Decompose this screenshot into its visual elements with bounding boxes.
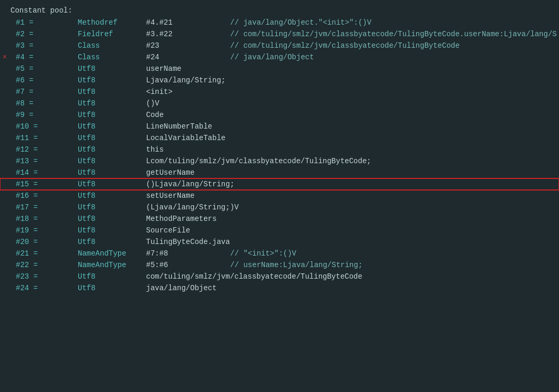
entry-ref: #23 [146, 41, 230, 50]
entry-num: #7 = [9, 88, 78, 96]
entry-value: <init> [146, 88, 172, 96]
entry-type: Utf8 [78, 284, 146, 292]
entry-value: Code [146, 111, 164, 119]
table-row: #19 = Utf8SourceFile [0, 225, 559, 236]
entry-num: #19 = [9, 226, 78, 235]
line-marker: × [0, 53, 9, 61]
header-line: Constant pool: [0, 4, 559, 17]
entry-num: #11 = [9, 134, 78, 142]
entry-value: LineNumberTable [146, 122, 212, 131]
table-row: #24 = Utf8java/lang/Object [0, 282, 559, 294]
entry-type: Utf8 [78, 192, 146, 200]
entry-comment: // userName:Ljava/lang/String; [230, 261, 363, 269]
entry-num: #20 = [9, 238, 78, 246]
table-row: #8 = Utf8()V [0, 98, 559, 109]
entry-type: NameAndType [78, 261, 146, 269]
table-row: #11 = Utf8LocalVariableTable [0, 132, 559, 144]
entry-type: NameAndType [78, 249, 146, 258]
entry-value: Ljava/lang/String; [146, 76, 225, 84]
entry-type: Utf8 [78, 134, 146, 142]
entry-value: java/lang/Object [146, 284, 216, 292]
entry-value: LocalVariableTable [146, 134, 225, 142]
entry-value: MethodParameters [146, 215, 216, 223]
entry-value: com/tuling/smlz/jvm/classbyatecode/Tulin… [146, 272, 363, 281]
entry-value: SourceFile [146, 226, 190, 235]
table-row: #5 = Utf8userName [0, 63, 559, 75]
entry-num: #13 = [9, 157, 78, 165]
entry-comment: // com/tuling/smlz/jvm/classbyatecode/Tu… [230, 41, 460, 50]
entry-num: #10 = [9, 122, 78, 131]
entry-num: #3 = [9, 41, 78, 50]
entry-num: #22 = [9, 261, 78, 269]
entry-num: #9 = [9, 111, 78, 119]
entry-type: Utf8 [78, 111, 146, 119]
entry-num: #14 = [9, 168, 78, 177]
table-row: #12 = Utf8this [0, 144, 559, 155]
entry-num: #21 = [9, 249, 78, 258]
entry-type: Utf8 [78, 76, 146, 84]
table-row: #1 = Methodref#4.#21// java/lang/Object.… [0, 17, 559, 28]
entry-ref: #3.#22 [146, 30, 230, 38]
entry-type: Utf8 [78, 272, 146, 281]
entry-type: Utf8 [78, 99, 146, 108]
entry-ref: #5:#6 [146, 261, 230, 269]
entry-type: Utf8 [78, 203, 146, 211]
table-row: #2 = Fieldref#3.#22// com/tuling/smlz/jv… [0, 28, 559, 40]
entry-type: Fieldref [78, 30, 146, 38]
entry-value: userName [146, 65, 181, 73]
entry-type: Utf8 [78, 65, 146, 73]
entry-num: #18 = [9, 215, 78, 223]
entry-value: ()V [146, 99, 159, 108]
entry-type: Class [78, 53, 146, 61]
table-row: #14 = Utf8getUserName [0, 167, 559, 178]
table-row: ×#4 = Class#24// java/lang/Object [0, 51, 559, 63]
entry-type: Utf8 [78, 215, 146, 223]
entry-num: #1 = [9, 18, 78, 27]
entry-value: this [146, 145, 164, 154]
entry-value: setUserName [146, 192, 194, 200]
entry-comment: // com/tuling/smlz/jvm/classbyatecode/Tu… [230, 30, 557, 38]
entry-ref: #4.#21 [146, 18, 230, 27]
entry-type: Utf8 [78, 122, 146, 131]
entry-type: Utf8 [78, 226, 146, 235]
entry-type: Utf8 [78, 88, 146, 96]
entry-ref: #7:#8 [146, 249, 230, 258]
table-row: #23 = Utf8com/tuling/smlz/jvm/classbyate… [0, 271, 559, 282]
entry-type: Class [78, 41, 146, 50]
code-container: Constant pool: #1 = Methodref#4.#21// ja… [0, 0, 559, 298]
table-row: #15 = Utf8()Ljava/lang/String; [0, 178, 559, 190]
table-row: #17 = Utf8(Ljava/lang/String;)V [0, 202, 559, 213]
table-row: #21 = NameAndType#7:#8// "<init>":()V [0, 248, 559, 259]
entry-num: #16 = [9, 192, 78, 200]
entry-comment: // "<init>":()V [230, 249, 296, 258]
entry-num: #17 = [9, 203, 78, 211]
table-row: #3 = Class#23// com/tuling/smlz/jvm/clas… [0, 40, 559, 51]
entry-num: #2 = [9, 30, 78, 38]
table-row: #6 = Utf8Ljava/lang/String; [0, 75, 559, 86]
entry-num: #6 = [9, 76, 78, 84]
entry-type: Utf8 [78, 168, 146, 177]
entry-type: Utf8 [78, 238, 146, 246]
entry-comment: // java/lang/Object [230, 53, 314, 61]
entry-value: ()Ljava/lang/String; [146, 180, 234, 188]
table-row: #9 = Utf8Code [0, 109, 559, 121]
entry-num: #4 = [9, 53, 78, 61]
entry-num: #12 = [9, 145, 78, 154]
entry-value: Lcom/tuling/smlz/jvm/classbyatecode/Tuli… [146, 157, 371, 165]
entry-value: TulingByteCode.java [146, 238, 230, 246]
entry-ref: #24 [146, 53, 230, 61]
entry-value: getUserName [146, 168, 194, 177]
entry-type: Methodref [78, 18, 146, 27]
entry-num: #15 = [9, 180, 78, 188]
entry-type: Utf8 [78, 180, 146, 188]
entry-num: #5 = [9, 65, 78, 73]
entry-comment: // java/lang/Object."<init>":()V [230, 18, 371, 27]
table-row: #7 = Utf8<init> [0, 86, 559, 98]
table-row: #13 = Utf8Lcom/tuling/smlz/jvm/classbyat… [0, 155, 559, 167]
entry-type: Utf8 [78, 157, 146, 165]
table-row: #22 = NameAndType#5:#6// userName:Ljava/… [0, 259, 559, 271]
table-row: #20 = Utf8TulingByteCode.java [0, 236, 559, 248]
table-row: #16 = Utf8setUserName [0, 190, 559, 202]
entry-num: #8 = [9, 99, 78, 108]
entry-type: Utf8 [78, 145, 146, 154]
